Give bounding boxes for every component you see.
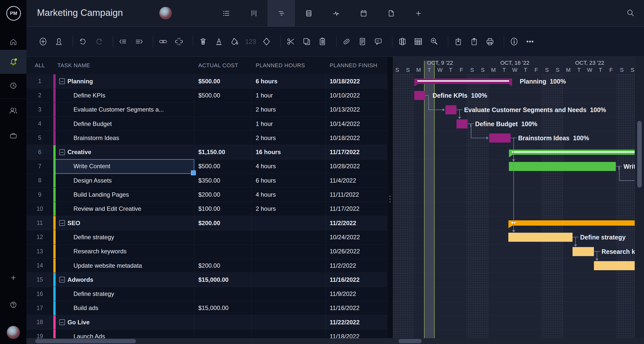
column-header-actual-cost[interactable]: ACTUAL COST <box>194 62 252 69</box>
summary-bar-row6[interactable] <box>509 150 635 157</box>
outdent-button[interactable] <box>118 37 128 47</box>
actual-cost-cell[interactable]: $500.00 <box>194 74 252 88</box>
actual-cost-cell[interactable]: $200.00 <box>194 216 252 230</box>
planned-hours-cell[interactable]: 4 hours <box>252 188 326 201</box>
sidebar-item-portfolio[interactable] <box>0 124 26 148</box>
unlink-tasks-button[interactable] <box>174 37 184 47</box>
planned-finish-cell[interactable]: 11/2/2022 <box>326 216 387 230</box>
table-row[interactable]: 9Build Landing Pages$200.004 hours11/11/… <box>26 188 387 202</box>
tab-list-view[interactable] <box>213 0 240 26</box>
planned-finish-cell[interactable]: 11/17/2022 <box>326 202 387 216</box>
task-name-cell[interactable]: Creative <box>53 145 194 159</box>
collapse-toggle-icon[interactable] <box>59 78 65 84</box>
planned-hours-cell[interactable] <box>252 273 326 287</box>
link-tasks-button[interactable] <box>158 37 168 47</box>
planned-hours-cell[interactable]: 2 hours <box>252 103 326 117</box>
row-number[interactable]: 1 <box>26 74 53 88</box>
planned-finish-cell[interactable]: 10/28/2022 <box>326 159 387 173</box>
actual-cost-cell[interactable] <box>194 230 252 244</box>
task-bar-row2[interactable] <box>414 91 425 100</box>
table-row[interactable]: 19Launch Ads11/18/2022 <box>26 329 387 338</box>
actual-cost-cell[interactable] <box>194 117 252 131</box>
planned-finish-cell[interactable]: 10/13/2022 <box>326 103 387 117</box>
task-name-cell[interactable]: Research keywords <box>53 245 194 258</box>
table-row[interactable]: 1Planning$500.006 hours10/18/2022 <box>26 74 387 88</box>
planned-finish-cell[interactable]: 11/16/2022 <box>326 273 387 287</box>
actual-cost-cell[interactable]: $15,000.00 <box>194 301 252 315</box>
row-number[interactable]: 2 <box>26 88 53 102</box>
comment-button[interactable] <box>373 37 383 47</box>
row-number[interactable]: 3 <box>26 103 53 117</box>
task-name-cell[interactable]: Launch Ads <box>53 329 194 338</box>
planned-hours-cell[interactable]: 1 hour <box>252 88 326 102</box>
actual-cost-cell[interactable]: $1,150.00 <box>194 145 252 159</box>
planned-hours-cell[interactable]: 6 hours <box>252 174 326 187</box>
planned-finish-cell[interactable]: 10/26/2022 <box>326 245 387 258</box>
task-bar-row4[interactable] <box>457 119 468 128</box>
planned-finish-cell[interactable]: 10/10/2022 <box>326 88 387 102</box>
collapse-toggle-icon[interactable] <box>59 220 65 226</box>
number-format-button[interactable]: 123 <box>246 37 256 47</box>
task-bar-row13[interactable] <box>573 247 594 256</box>
row-number[interactable]: 6 <box>26 145 53 159</box>
insert-column-button[interactable] <box>397 37 407 47</box>
planned-hours-cell[interactable]: 2 hours <box>252 202 326 216</box>
table-row[interactable]: 2Define KPIs$500.001 hour10/10/2022 <box>26 88 387 102</box>
planned-finish-cell[interactable]: 10/18/2022 <box>326 131 387 145</box>
text-color-button[interactable] <box>214 37 224 47</box>
planned-hours-cell[interactable]: 6 hours <box>252 74 326 88</box>
tab-doc-view[interactable] <box>377 0 405 26</box>
tab-gantt-view[interactable] <box>268 0 295 26</box>
planned-finish-cell[interactable]: 11/18/2022 <box>326 329 387 338</box>
planned-finish-cell[interactable]: 11/16/2022 <box>326 301 387 315</box>
planned-hours-cell[interactable] <box>252 315 326 329</box>
row-number[interactable]: 8 <box>26 174 53 187</box>
row-number[interactable]: 12 <box>26 230 53 244</box>
table-row[interactable]: 5Brainstorm Ideas2 hours10/18/2022 <box>26 131 387 145</box>
actual-cost-cell[interactable]: $15,000.00 <box>194 273 252 287</box>
planned-finish-cell[interactable]: 11/11/2022 <box>326 188 387 201</box>
planned-hours-cell[interactable]: 4 hours <box>252 159 326 173</box>
panel-resize-divider[interactable] <box>387 57 393 338</box>
task-name-cell[interactable]: Define strategy <box>53 230 194 244</box>
task-name-cell[interactable]: Design Assets <box>53 174 194 187</box>
row-number[interactable]: 15 <box>26 273 53 287</box>
assign-user-button[interactable] <box>54 37 64 47</box>
task-name-cell[interactable]: Update website metadata <box>53 259 194 272</box>
task-name-cell[interactable]: Define strategy <box>53 287 194 301</box>
pm-logo[interactable]: PM <box>6 6 21 21</box>
table-row[interactable]: 17Build ads$15,000.0011/16/2022 <box>26 301 387 315</box>
actual-cost-cell[interactable] <box>194 131 252 145</box>
planned-hours-cell[interactable] <box>252 245 326 258</box>
row-number[interactable]: 16 <box>26 287 53 301</box>
row-number[interactable]: 14 <box>26 259 53 272</box>
table-row[interactable]: 14Update website metadata$200.0011/2/202… <box>26 259 387 273</box>
column-header-planned-finish[interactable]: PLANNED FINISH <box>326 62 387 69</box>
attachment-button[interactable] <box>342 37 352 47</box>
gantt-vertical-scrollbar-track[interactable] <box>635 57 644 338</box>
table-row[interactable]: 4Define Budget1 hour10/14/2022 <box>26 117 387 131</box>
collapse-toggle-icon[interactable] <box>59 277 65 283</box>
planned-hours-cell[interactable]: 1 hour <box>252 117 326 131</box>
redo-button[interactable] <box>94 37 104 47</box>
actual-cost-cell[interactable]: $100.00 <box>194 202 252 216</box>
task-name-cell[interactable]: Go Live <box>53 315 194 329</box>
tab-sheet-view[interactable] <box>295 0 322 26</box>
sidebar-user-avatar[interactable] <box>0 322 26 342</box>
planned-hours-cell[interactable] <box>252 301 326 315</box>
import-button[interactable] <box>453 37 463 47</box>
planned-finish-cell[interactable]: 11/22/2022 <box>326 315 387 329</box>
notes-button[interactable] <box>357 37 367 47</box>
row-number[interactable]: 9 <box>26 188 53 201</box>
table-row[interactable]: 11SEO$200.0011/2/2022 <box>26 216 387 230</box>
actual-cost-cell[interactable]: $500.00 <box>194 159 252 173</box>
show-grid-button[interactable] <box>413 37 423 47</box>
add-task-button[interactable] <box>38 37 48 47</box>
table-row[interactable]: 3Evaluate Customer Segments a...2 hours1… <box>26 103 387 117</box>
actual-cost-cell[interactable] <box>194 329 252 338</box>
task-name-cell[interactable]: Evaluate Customer Segments a... <box>53 103 194 117</box>
planned-hours-cell[interactable] <box>252 287 326 301</box>
tab-board-view[interactable] <box>240 0 268 26</box>
table-row[interactable]: 15Adwords$15,000.0011/16/2022 <box>26 273 387 287</box>
table-row[interactable]: 18Go Live11/22/2022 <box>26 315 387 329</box>
